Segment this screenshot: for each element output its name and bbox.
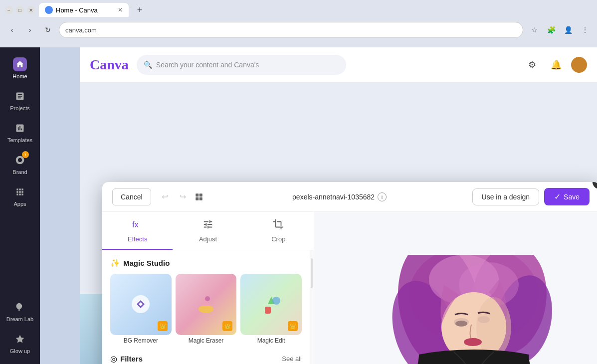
- filters-header: ◎ Filters See all: [110, 354, 302, 364]
- magic-eraser-wrapper: 👑 Magic Eraser: [176, 274, 237, 344]
- forward-button[interactable]: ›: [23, 23, 37, 37]
- tab-effects[interactable]: fx Effects: [102, 212, 173, 250]
- projects-icon: [13, 89, 27, 103]
- filters-section: ◎ Filters See all: [110, 354, 302, 364]
- modal-filename: pexels-annetnavi-1035682 i: [207, 192, 472, 201]
- brand-icon: !: [13, 153, 27, 167]
- browser-minimize-btn[interactable]: −: [5, 6, 13, 14]
- canva-logo: Canva: [90, 57, 129, 73]
- magic-studio-title: Magic Studio: [123, 259, 170, 267]
- sidebar: Home Projects Templates ! Brand Apps: [0, 47, 40, 364]
- tab-adjust[interactable]: Adjust: [173, 212, 243, 250]
- extensions-icon[interactable]: 🧩: [544, 23, 558, 37]
- magic-studio-header: ✨ Magic Studio: [110, 258, 302, 268]
- url-bar[interactable]: canva.com: [59, 22, 523, 38]
- svg-point-25: [464, 338, 482, 346]
- modal-body: fx Effects Adjust: [102, 212, 597, 364]
- bg-remover-label: BG Remover: [110, 337, 172, 344]
- magic-edit-premium-icon: 👑: [288, 321, 298, 331]
- modal-title-area: pexels-annetnavi-1035682 i: [207, 192, 472, 201]
- sidebar-item-apps[interactable]: Apps: [4, 181, 36, 211]
- sidebar-home-label: Home: [12, 73, 27, 79]
- magic-studio-grid: 👑 BG Remover: [110, 274, 302, 344]
- url-text: canva.com: [65, 26, 97, 34]
- app-content-area: Canva 🔍 Search your content and Canva's …: [40, 47, 597, 364]
- sidebar-item-dreamlab[interactable]: Dream Lab: [4, 296, 36, 326]
- svg-text:fx: fx: [132, 220, 139, 229]
- dreamlab-icon: [13, 300, 27, 314]
- notifications-icon[interactable]: 🔔: [547, 56, 565, 74]
- panel-scroll: ✨ Magic Studio: [102, 250, 310, 364]
- svg-point-26: [455, 321, 467, 327]
- settings-icon[interactable]: ⚙: [523, 56, 541, 74]
- new-tab-button[interactable]: +: [133, 3, 147, 17]
- bookmark-icon[interactable]: ☆: [527, 23, 541, 37]
- cancel-button[interactable]: Cancel: [112, 188, 151, 205]
- tab-favicon: [45, 6, 53, 14]
- panel-tabs: fx Effects Adjust: [102, 212, 314, 250]
- bg-remover-icon: [131, 294, 151, 314]
- refresh-button[interactable]: ↻: [41, 23, 55, 37]
- use-in-design-button[interactable]: Use in a design: [472, 188, 540, 205]
- browser-close-btn[interactable]: ✕: [27, 6, 35, 14]
- sidebar-item-brand[interactable]: ! Brand: [4, 149, 36, 179]
- svg-rect-4: [196, 197, 199, 200]
- modal-wrapper: ✕ Cancel ↩ ↪ pexels-annetnavi-1035682: [70, 112, 567, 360]
- save-check-icon: ✓: [554, 192, 561, 201]
- magic-eraser-premium-icon: 👑: [222, 321, 232, 331]
- svg-point-11: [272, 297, 280, 305]
- svg-rect-5: [199, 197, 202, 200]
- woman-svg: BANE: [329, 255, 597, 364]
- magic-edit-icon: [259, 292, 284, 317]
- filters-see-all[interactable]: See all: [282, 355, 302, 363]
- profile-icon[interactable]: 👤: [561, 23, 575, 37]
- tab-close-icon[interactable]: ✕: [118, 6, 123, 13]
- url-bar-actions: ☆ 🧩 👤 ⋮: [527, 23, 592, 37]
- back-button[interactable]: ‹: [5, 23, 19, 37]
- image-preview-area: BANE 38%: [314, 212, 597, 364]
- header-search[interactable]: 🔍 Search your content and Canva's: [137, 55, 346, 75]
- crop-tab-label: Crop: [271, 235, 285, 243]
- magic-eraser-label: Magic Eraser: [176, 337, 237, 344]
- svg-rect-2: [196, 193, 199, 196]
- magic-studio-icon: ✨: [110, 258, 120, 268]
- undo-button[interactable]: ↩: [157, 189, 173, 205]
- redo-button[interactable]: ↪: [175, 189, 191, 205]
- sidebar-item-templates[interactable]: Templates: [4, 117, 36, 147]
- svg-point-24: [478, 316, 490, 323]
- sidebar-item-projects[interactable]: Projects: [4, 85, 36, 115]
- sidebar-item-glowup[interactable]: Glow up: [4, 328, 36, 358]
- search-placeholder: Search your content and Canva's: [156, 61, 259, 69]
- browser-tab[interactable]: Home - Canva ✕: [39, 3, 129, 17]
- sidebar-apps-label: Apps: [13, 201, 26, 207]
- browser-titlebar: − □ ✕ Home - Canva ✕ +: [0, 0, 597, 20]
- modal-history-controls: ↩ ↪: [157, 189, 191, 205]
- glowup-icon: [13, 332, 27, 346]
- user-avatar[interactable]: [571, 57, 587, 73]
- left-panel: fx Effects Adjust: [102, 212, 314, 364]
- preview-button[interactable]: [191, 189, 207, 205]
- app-container: Home Projects Templates ! Brand Apps: [0, 47, 597, 364]
- effects-tab-label: Effects: [128, 235, 148, 243]
- magic-edit-card[interactable]: 👑: [240, 274, 302, 335]
- tab-crop[interactable]: Crop: [243, 212, 314, 250]
- preview-image-container: BANE: [324, 252, 597, 364]
- image-preview: BANE: [324, 252, 597, 364]
- bg-remover-wrapper: 👑 BG Remover: [110, 274, 172, 344]
- templates-icon: [13, 121, 27, 135]
- magic-eraser-icon: [194, 292, 218, 317]
- browser-chrome: − □ ✕ Home - Canva ✕ + ‹ › ↻ canva.com ☆…: [0, 0, 597, 47]
- save-button[interactable]: ✓ Save: [544, 188, 590, 205]
- bg-remover-card[interactable]: 👑: [110, 274, 172, 335]
- browser-maximize-btn[interactable]: □: [16, 6, 24, 14]
- tab-title: Home - Canva: [56, 6, 98, 14]
- effects-tab-icon: fx: [132, 219, 143, 232]
- sidebar-projects-label: Projects: [10, 105, 30, 111]
- sidebar-item-home[interactable]: Home: [4, 53, 36, 83]
- info-icon[interactable]: i: [378, 192, 387, 201]
- browser-nav: ‹ › ↻ canva.com ☆ 🧩 👤 ⋮: [0, 20, 597, 40]
- modal-header: Cancel ↩ ↪ pexels-annetnavi-1035682 i: [102, 182, 597, 212]
- menu-icon[interactable]: ⋮: [578, 23, 592, 37]
- apps-icon: [13, 185, 27, 199]
- magic-eraser-card[interactable]: 👑: [176, 274, 237, 335]
